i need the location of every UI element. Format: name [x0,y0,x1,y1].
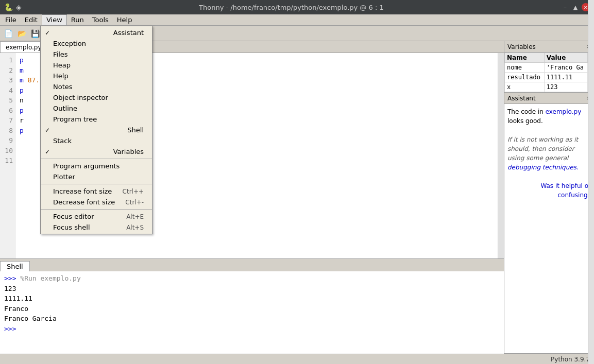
menu-item-label: Files [53,50,68,58]
menu-item-focus-shell[interactable]: Focus shell Alt+S [41,222,152,233]
assistant-content-area: The code in exemplo.py looks good. If it… [504,104,594,353]
menu-item-files[interactable]: Files [41,49,152,60]
menu-item-label: Plotter [53,173,75,181]
minimize-icon: – [564,4,567,11]
menu-item-program-tree[interactable]: Program tree [41,114,152,125]
menu-item-decrease-font[interactable]: Decrease font size Ctrl+- [41,197,152,207]
dropdown-separator-3 [41,209,152,210]
window-controls: – ▲ ✕ [561,3,590,11]
menu-item-variables[interactable]: Variables [41,146,152,157]
shortcut-focus-editor: Alt+E [126,213,144,220]
menu-item-label: Assistant [113,29,144,37]
statusbar: Python 3.9.7 [0,354,594,364]
menu-item-label: Focus shell [53,223,90,231]
var-value: 123 [544,82,587,92]
variables-col-name: Name [505,53,545,63]
shell-tab[interactable]: Shell [0,261,30,271]
shell-content[interactable]: >>> %Run exemplo.py 123 1111.11 Franco F… [0,271,504,354]
menu-view[interactable]: View [42,14,67,25]
menu-tools[interactable]: Tools [88,15,113,25]
menu-item-stack[interactable]: Stack [41,135,152,146]
variables-header: Variables × [504,41,594,53]
var-name: x [505,82,545,92]
assistant-text-prefix: The code in [507,108,546,115]
menu-edit[interactable]: Edit [21,15,42,25]
variables-title: Variables [507,43,536,50]
assistant-debug-link[interactable]: debugging techniques. [507,164,579,171]
assistant-text-suffix: looks good. [507,117,543,125]
open-file-button[interactable]: 📂 [15,27,28,40]
menu-item-focus-editor[interactable]: Focus editor Alt+E [41,211,152,222]
shortcut-increase-font: Ctrl++ [123,188,144,195]
menu-item-outline[interactable]: Outline [41,103,152,114]
dropdown-separator-2 [41,184,152,184]
menu-item-label: Shell [127,126,144,134]
shell-run-line: >>> %Run exemplo.py [4,273,500,284]
titlebar-left: 🐍 ◈ [4,3,22,11]
menu-run[interactable]: Run [67,15,88,25]
shell-output-3: Franco [4,304,500,314]
save-file-button[interactable]: 💾 [29,27,41,40]
variables-table: Name Value nome 'Franco Ga res [504,53,588,92]
shell-tab-bar: Shell [0,259,504,271]
variable-row: x 123 [505,82,588,92]
maximize-button[interactable]: ▲ [571,3,580,11]
assistant-text: The code in exemplo.py looks good. If it… [504,104,594,203]
menu-item-increase-font[interactable]: Increase font size Ctrl++ [41,186,152,197]
editor-scrollbar[interactable] [498,53,504,258]
shell-output-4: Franco Garcia [4,314,500,324]
assistant-section: Assistant × The code in exemplo.py looks… [504,93,594,354]
assistant-scrollbar[interactable] [588,104,594,353]
menu-item-exception[interactable]: Exception [41,38,152,49]
right-panel: Variables × Name Value [504,41,594,354]
assistant-italic-text: If it is not working as it should, then … [507,136,579,171]
menu-item-label: Help [53,72,69,80]
menu-file[interactable]: File [1,15,21,25]
var-name: resultado [505,73,545,82]
menu-item-plotter[interactable]: Plotter [41,171,152,182]
minimize-button[interactable]: – [561,3,569,11]
shell-output-1: 123 [4,284,500,294]
titlebar: 🐍 ◈ Thonny - /home/franco/tmp/python/exe… [0,0,594,14]
variables-col-value: Value [544,53,587,63]
assistant-header: Assistant × [504,93,594,104]
menu-help[interactable]: Help [113,15,137,25]
menu-item-label: Program arguments [53,162,120,170]
maximize-icon: ▲ [573,4,578,11]
menu-item-label: Decrease font size [53,198,115,206]
shortcut-focus-shell: Alt+S [126,224,144,231]
shell-prompt-line: >>> [4,324,500,334]
menu-item-object-inspector[interactable]: Object inspector [41,92,152,103]
menu-item-notes[interactable]: Notes [41,81,152,92]
menu-item-assistant[interactable]: Assistant [41,27,152,38]
menu-item-program-arguments[interactable]: Program arguments [41,161,152,171]
view-dropdown-menu: Assistant Exception Files Heap Help Note… [40,26,152,234]
menu-item-help[interactable]: Help [41,71,152,81]
variable-row: nome 'Franco Ga [505,63,588,73]
menu-item-label: Increase font size [53,187,112,195]
menu-item-label: Variables [113,148,144,155]
assistant-helpful-link[interactable]: Was it helpful or confusing? [540,182,591,199]
var-value: 1111.11 [544,73,587,82]
var-name: nome [505,63,545,73]
menu-item-label: Object inspector [53,94,108,101]
shell-area: Shell >>> %Run exemplo.py 123 1111.11 Fr… [0,258,504,354]
menu-item-shell[interactable]: Shell [41,125,152,135]
menu-item-label: Outline [53,105,77,112]
close-icon: ✕ [584,5,588,10]
shell-output-2: 1111.11 [4,293,500,304]
dropdown-separator-1 [41,159,152,159]
menu-item-heap[interactable]: Heap [41,60,152,71]
assistant-main-text: The code in exemplo.py looks good. [507,107,591,126]
menu-item-label: Focus editor [53,213,94,220]
variable-row: resultado 1111.11 [505,73,588,82]
window-title: Thonny - /home/franco/tmp/python/exemplo… [22,4,561,11]
thonny-logo: ◈ [16,3,22,11]
menu-item-label: Heap [53,61,71,69]
menu-item-label: Program tree [53,115,97,123]
new-file-button[interactable]: 📄 [2,27,14,40]
app-icon: 🐍 [4,3,13,11]
menubar: File Edit View Run Tools Help [0,14,594,26]
menu-item-label: Stack [53,137,72,145]
assistant-file-link[interactable]: exemplo.py [546,108,582,115]
